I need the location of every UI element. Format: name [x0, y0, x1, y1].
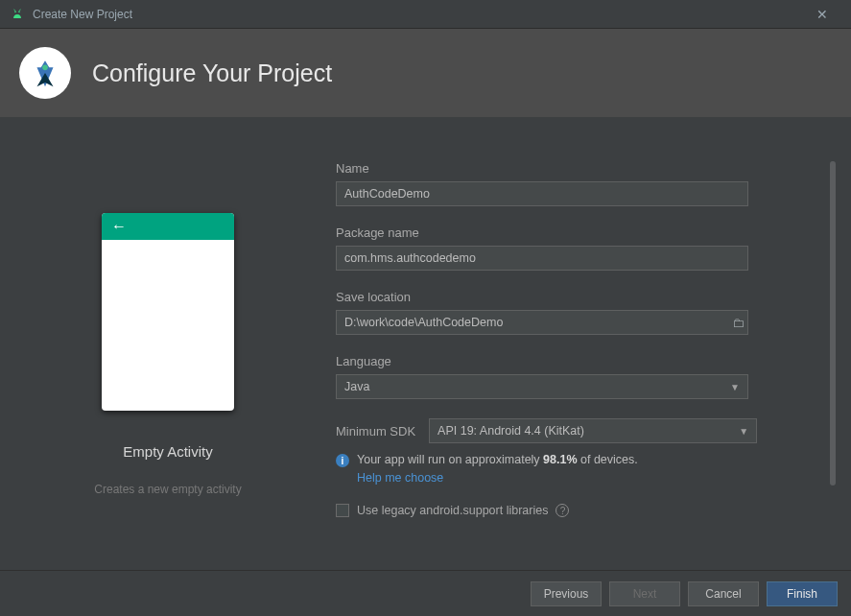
back-arrow-icon: ←	[111, 218, 127, 235]
legacy-libraries-row: Use legacy android.support libraries ?	[336, 504, 822, 517]
location-input-wrapper: 🗀	[336, 310, 748, 335]
legacy-checkbox[interactable]	[336, 504, 349, 517]
chevron-down-icon: ▼	[739, 426, 748, 437]
preview-appbar: ←	[102, 213, 234, 240]
minsdk-value: API 19: Android 4.4 (KitKat)	[437, 424, 584, 438]
minsdk-select[interactable]: API 19: Android 4.4 (KitKat) ▼	[429, 418, 757, 443]
location-input[interactable]	[337, 311, 728, 334]
minsdk-row: Minimum SDK API 19: Android 4.4 (KitKat)…	[336, 418, 822, 443]
window-titlebar: Create New Project ✕	[0, 0, 851, 29]
browse-folder-icon[interactable]: 🗀	[728, 316, 747, 330]
minsdk-label: Minimum SDK	[336, 424, 415, 438]
wizard-content: ← Empty Activity Creates a new empty act…	[0, 117, 851, 570]
svg-point-0	[14, 11, 16, 12]
sdk-info-text: Your app will run on approximately 98.1%…	[357, 453, 638, 466]
template-name: Empty Activity	[123, 443, 212, 460]
sdk-info-row: i Your app will run on approximately 98.…	[336, 453, 822, 467]
wizard-footer: Previous Next Cancel Finish	[0, 570, 851, 616]
language-select[interactable]: Java ▼	[336, 374, 748, 399]
help-me-choose-link[interactable]: Help me choose	[357, 471, 822, 485]
info-icon: i	[336, 454, 349, 467]
template-description: Creates a new empty activity	[94, 483, 241, 496]
android-studio-logo-icon	[29, 57, 61, 89]
previous-button[interactable]: Previous	[531, 581, 602, 606]
cancel-button[interactable]: Cancel	[688, 581, 759, 606]
legacy-label: Use legacy android.support libraries	[357, 504, 548, 517]
next-button: Next	[609, 581, 680, 606]
name-field-group: Name	[336, 161, 822, 206]
template-preview-pane: ← Empty Activity Creates a new empty act…	[0, 117, 336, 570]
package-field-group: Package name	[336, 225, 822, 271]
svg-point-1	[18, 11, 20, 12]
name-input[interactable]	[336, 181, 748, 206]
location-label: Save location	[336, 290, 822, 304]
language-field-group: Language Java ▼	[336, 354, 822, 399]
language-label: Language	[336, 354, 822, 368]
package-label: Package name	[336, 225, 822, 240]
android-studio-icon	[10, 7, 25, 22]
wizard-header: Configure Your Project	[0, 29, 851, 117]
header-icon-circle	[19, 47, 71, 99]
scrollbar-thumb[interactable]	[830, 161, 836, 486]
phone-preview: ←	[102, 213, 234, 411]
window-title: Create New Project	[33, 8, 803, 21]
name-label: Name	[336, 161, 822, 176]
chevron-down-icon: ▼	[730, 382, 740, 392]
svg-point-2	[42, 65, 48, 71]
package-input[interactable]	[336, 246, 748, 271]
location-field-group: Save location 🗀	[336, 290, 822, 335]
close-icon[interactable]: ✕	[803, 7, 841, 22]
language-value: Java	[344, 380, 369, 393]
vertical-scrollbar[interactable]	[830, 161, 836, 566]
form-scroll-area: Name Package name Save location 🗀 Langua…	[336, 161, 822, 570]
page-title: Configure Your Project	[92, 59, 332, 87]
form-pane: Name Package name Save location 🗀 Langua…	[336, 117, 851, 570]
finish-button[interactable]: Finish	[767, 581, 838, 606]
help-icon[interactable]: ?	[556, 504, 569, 517]
